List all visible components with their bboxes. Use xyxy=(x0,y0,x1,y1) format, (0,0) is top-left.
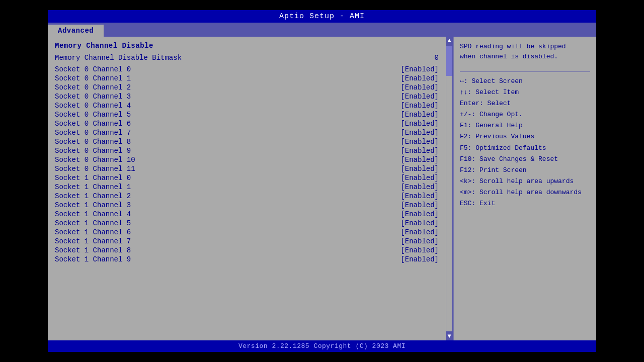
channel-row-5[interactable]: Socket 0 Channel 5[Enabled] xyxy=(55,110,439,119)
footer: Version 2.22.1285 Copyright (C) 2023 AMI xyxy=(48,340,596,352)
channel-label-3: Socket 0 Channel 3 xyxy=(55,93,131,101)
divider xyxy=(460,71,590,72)
channel-row-3[interactable]: Socket 0 Channel 3[Enabled] xyxy=(55,92,439,101)
channel-value-11: [Enabled] xyxy=(400,165,439,173)
channel-value-6: [Enabled] xyxy=(400,120,439,128)
bitmask-row: Memory Channel Disable Bitmask 0 xyxy=(55,54,439,62)
channel-row-4[interactable]: Socket 0 Channel 4[Enabled] xyxy=(55,101,439,110)
channel-row-8[interactable]: Socket 0 Channel 8[Enabled] xyxy=(55,137,439,146)
channel-value-0: [Enabled] xyxy=(400,65,439,73)
channel-row-9[interactable]: Socket 0 Channel 9[Enabled] xyxy=(55,146,439,155)
channel-row-17[interactable]: Socket 1 Channel 5[Enabled] xyxy=(55,219,439,228)
shortcut-list: ↔: Select Screen↑↓: Select ItemEnter: Se… xyxy=(460,76,590,209)
title-bar: Aptio Setup - AMI xyxy=(48,10,596,23)
shortcut-item-7: F10: Save Changes & Reset xyxy=(460,154,590,165)
channel-value-19: [Enabled] xyxy=(400,237,439,245)
channel-label-14: Socket 1 Channel 2 xyxy=(55,192,131,200)
channel-value-13: [Enabled] xyxy=(400,183,439,191)
channel-value-1: [Enabled] xyxy=(400,74,439,82)
shortcut-item-6: F5: Optimized Defaults xyxy=(460,143,590,154)
channel-row-2[interactable]: Socket 0 Channel 2[Enabled] xyxy=(55,83,439,92)
channel-value-10: [Enabled] xyxy=(400,156,439,164)
scroll-thumb[interactable] xyxy=(446,46,452,331)
channel-value-16: [Enabled] xyxy=(400,210,439,218)
channel-value-12: [Enabled] xyxy=(400,174,439,182)
channel-label-13: Socket 1 Channel 1 xyxy=(55,183,131,191)
shortcut-item-4: F1: General Help xyxy=(460,120,590,131)
channel-row-1[interactable]: Socket 0 Channel 1[Enabled] xyxy=(55,74,439,83)
shortcut-item-0: ↔: Select Screen xyxy=(460,76,590,87)
channel-label-18: Socket 1 Channel 6 xyxy=(55,228,131,236)
bitmask-label: Memory Channel Disable Bitmask xyxy=(55,54,182,62)
channel-row-11[interactable]: Socket 0 Channel 11[Enabled] xyxy=(55,164,439,173)
channel-row-6[interactable]: Socket 0 Channel 6[Enabled] xyxy=(55,119,439,128)
scroll-up-arrow[interactable]: ▲ xyxy=(446,37,453,45)
left-panel: Memory Channel Disable Memory Channel Di… xyxy=(48,37,446,340)
channel-value-15: [Enabled] xyxy=(400,201,439,209)
page-title: Memory Channel Disable xyxy=(55,42,439,50)
channel-label-11: Socket 0 Channel 11 xyxy=(55,165,135,173)
channel-label-10: Socket 0 Channel 10 xyxy=(55,156,135,164)
help-line-2: when channel is disabled. xyxy=(460,53,558,60)
channel-label-8: Socket 0 Channel 8 xyxy=(55,138,131,146)
channel-label-7: Socket 0 Channel 7 xyxy=(55,129,131,137)
channel-row-19[interactable]: Socket 1 Channel 7[Enabled] xyxy=(55,237,439,246)
channel-label-21: Socket 1 Channel 9 xyxy=(55,255,131,263)
shortcut-item-5: F2: Previous Values xyxy=(460,131,590,142)
channel-row-14[interactable]: Socket 1 Channel 2[Enabled] xyxy=(55,192,439,201)
scroll-down-arrow[interactable]: ▼ xyxy=(446,332,453,340)
channel-label-15: Socket 1 Channel 3 xyxy=(55,201,131,209)
channel-value-7: [Enabled] xyxy=(400,129,439,137)
channel-row-20[interactable]: Socket 1 Channel 8[Enabled] xyxy=(55,246,439,255)
channel-value-5: [Enabled] xyxy=(400,111,439,119)
right-panel: SPD reading will be skipped when channel… xyxy=(453,37,596,340)
scrollbar: ▲ ▼ xyxy=(446,37,453,340)
channel-value-3: [Enabled] xyxy=(400,93,439,101)
channel-label-2: Socket 0 Channel 2 xyxy=(55,83,131,92)
channel-label-4: Socket 0 Channel 4 xyxy=(55,102,131,110)
channel-value-9: [Enabled] xyxy=(400,147,439,155)
channel-label-6: Socket 0 Channel 6 xyxy=(55,120,131,128)
shortcut-item-9: <k>: Scroll help area upwards xyxy=(460,176,590,187)
shortcut-item-2: Enter: Select xyxy=(460,98,590,109)
channel-row-10[interactable]: Socket 0 Channel 10[Enabled] xyxy=(55,155,439,164)
channel-label-1: Socket 0 Channel 1 xyxy=(55,74,131,82)
channel-row-21[interactable]: Socket 1 Channel 9[Enabled] xyxy=(55,255,439,264)
app-title: Aptio Setup - AMI xyxy=(279,12,365,21)
channel-value-2: [Enabled] xyxy=(400,83,439,92)
channel-row-15[interactable]: Socket 1 Channel 3[Enabled] xyxy=(55,201,439,210)
channel-value-17: [Enabled] xyxy=(400,219,439,227)
channel-value-21: [Enabled] xyxy=(400,255,439,263)
channel-label-12: Socket 1 Channel 0 xyxy=(55,174,131,182)
channel-row-0[interactable]: Socket 0 Channel 0[Enabled] xyxy=(55,65,439,74)
channel-row-13[interactable]: Socket 1 Channel 1[Enabled] xyxy=(55,183,439,192)
channel-label-16: Socket 1 Channel 4 xyxy=(55,210,131,218)
channel-label-19: Socket 1 Channel 7 xyxy=(55,237,131,245)
channel-row-16[interactable]: Socket 1 Channel 4[Enabled] xyxy=(55,210,439,219)
channel-label-17: Socket 1 Channel 5 xyxy=(55,219,131,227)
tab-advanced[interactable]: Advanced xyxy=(48,25,104,37)
channel-label-5: Socket 0 Channel 5 xyxy=(55,111,131,119)
help-text: SPD reading will be skipped when channel… xyxy=(460,42,590,61)
channel-value-14: [Enabled] xyxy=(400,192,439,200)
shortcut-item-1: ↑↓: Select Item xyxy=(460,87,590,98)
channel-row-18[interactable]: Socket 1 Channel 6[Enabled] xyxy=(55,228,439,237)
channel-row-7[interactable]: Socket 0 Channel 7[Enabled] xyxy=(55,128,439,137)
channel-label-0: Socket 0 Channel 0 xyxy=(55,65,131,73)
shortcut-item-10: <m>: Scroll help area downwards xyxy=(460,187,590,198)
bitmask-value: 0 xyxy=(435,54,439,62)
channel-value-4: [Enabled] xyxy=(400,102,439,110)
channel-row-12[interactable]: Socket 1 Channel 0[Enabled] xyxy=(55,173,439,183)
channel-list: Socket 0 Channel 0[Enabled]Socket 0 Chan… xyxy=(55,65,439,264)
help-line-1: SPD reading will be skipped xyxy=(460,43,566,50)
channel-value-18: [Enabled] xyxy=(400,228,439,236)
tab-bar: Advanced xyxy=(48,23,596,37)
shortcut-item-8: F12: Print Screen xyxy=(460,165,590,176)
channel-value-20: [Enabled] xyxy=(400,246,439,254)
channel-label-9: Socket 0 Channel 9 xyxy=(55,147,131,155)
shortcut-item-3: +/-: Change Opt. xyxy=(460,109,590,120)
shortcut-item-11: ESC: Exit xyxy=(460,198,590,209)
main-area: Memory Channel Disable Memory Channel Di… xyxy=(48,37,596,340)
version-text: Version 2.22.1285 Copyright (C) 2023 AMI xyxy=(238,342,406,350)
channel-label-20: Socket 1 Channel 8 xyxy=(55,246,131,254)
